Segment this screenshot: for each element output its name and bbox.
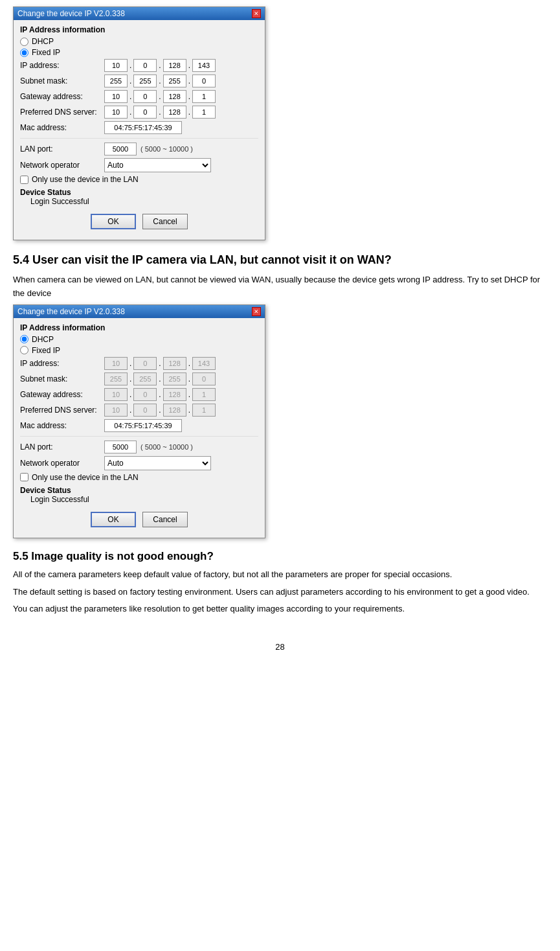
dialog2-ipaddress-fields: . . . (104, 357, 216, 370)
dialog1-dot2: . (158, 61, 161, 70)
dialog2-ip-section-label: IP Address information (20, 323, 258, 332)
dialog1-cancel-button[interactable]: Cancel (142, 214, 188, 229)
dialog2-gateway-label: Gateway address: (20, 390, 104, 399)
dialog2-wrapper: Change the device IP V2.0.338 ✕ IP Addre… (13, 304, 547, 538)
dialog2-cancel-button[interactable]: Cancel (142, 512, 188, 527)
dialog1-dns1[interactable] (104, 106, 128, 119)
dialog2-lanport-label: LAN port: (20, 442, 104, 452)
dialog2-dhcp-radio[interactable] (20, 335, 28, 343)
dialog2-port-input[interactable] (104, 441, 137, 453)
dialog2-lanport-row: LAN port: ( 5000 ~ 10000 ) (20, 441, 258, 453)
dialog2-dns2 (133, 404, 157, 417)
dialog1-dhcp-radio[interactable] (20, 38, 28, 46)
dialog1-gw4[interactable] (192, 90, 216, 103)
dialog1-sub1[interactable] (104, 74, 128, 87)
dialog1-sub4[interactable] (192, 74, 216, 87)
dialog1-operator-label: Network operator (20, 161, 104, 170)
dialog1-ip4[interactable] (192, 59, 216, 72)
dialog2-ok-button[interactable]: OK (91, 512, 136, 527)
dialog1-dns2[interactable] (133, 106, 157, 119)
dialog2-subnet-row: Subnet mask: . . . (20, 372, 258, 385)
dialog1-ip3[interactable] (163, 59, 186, 72)
dialog1-gateway-row: Gateway address: . . . (20, 90, 258, 103)
dialog1-subnet-label: Subnet mask: (20, 76, 104, 86)
dialog2-operator-select[interactable]: Auto Manual (104, 456, 211, 470)
dialog1-fixedip-radio[interactable] (20, 49, 28, 57)
dialog1-fixedip-row: Fixed IP (20, 48, 258, 57)
dialog1-operator-select[interactable]: Auto Manual (104, 158, 211, 172)
dialog2-fixedip-label: Fixed IP (32, 346, 60, 355)
dialog2-operator-label: Network operator (20, 459, 104, 468)
dialog1-port-input[interactable] (104, 143, 137, 155)
dialog2-separator1 (20, 436, 258, 437)
dialog1-dhcp-row: DHCP (20, 37, 258, 46)
dialog2-ip3 (163, 357, 186, 370)
section2-body1: All of the camera parameters keep defaul… (13, 568, 547, 582)
dialog2-gw4 (192, 388, 216, 401)
dialog1-gateway-fields: . . . (104, 90, 216, 103)
dialog1-subnet-fields: . . . (104, 74, 216, 87)
dialog1-dns4[interactable] (192, 106, 216, 119)
dialog2-status-value: Login Successful (20, 495, 258, 504)
dialog2-sub2 (133, 372, 157, 385)
dialog1-lanport-label: LAN port: (20, 144, 104, 154)
dialog2-sub1 (104, 372, 128, 385)
dialog2-ipaddress-label: IP address: (20, 359, 104, 368)
dialog1-ipaddress-row: IP address: . . . (20, 59, 258, 72)
dialog2: Change the device IP V2.0.338 ✕ IP Addre… (13, 304, 265, 538)
dialog1-ipaddress-fields: . . . (104, 59, 216, 72)
dialog1-gw1[interactable] (104, 90, 128, 103)
dialog1-status-section: Device Status Login Successful (20, 188, 258, 206)
dialog2-ip2 (133, 357, 157, 370)
dialog2-title: Change the device IP V2.0.338 (17, 307, 125, 316)
dialog1-onlylan-checkbox[interactable] (20, 176, 28, 184)
dialog2-mac-label: Mac address: (20, 421, 104, 430)
dialog1-fixedip-label: Fixed IP (32, 48, 60, 57)
dialog1-dns-label: Preferred DNS server: (20, 108, 104, 117)
dialog2-onlylan-row: Only use the device in the LAN (20, 473, 258, 482)
dialog2-status-label: Device Status (20, 486, 258, 495)
dialog2-close-icon[interactable]: ✕ (252, 307, 261, 316)
dialog2-dns-fields: . . . (104, 404, 216, 417)
dialog2-dhcp-row: DHCP (20, 335, 258, 344)
page-number: 28 (13, 642, 547, 652)
dialog2-gateway-row: Gateway address: . . . (20, 388, 258, 401)
dialog2-gw2 (133, 388, 157, 401)
dialog2-dhcp-label: DHCP (32, 335, 54, 344)
dialog2-port-range: ( 5000 ~ 10000 ) (140, 443, 193, 451)
dialog1-wrapper: Change the device IP V2.0.338 ✕ IP Addre… (13, 6, 547, 240)
dialog2-ipaddress-row: IP address: . . . (20, 357, 258, 370)
dialog1-ip1[interactable] (104, 59, 128, 72)
dialog1-gw3[interactable] (163, 90, 186, 103)
dialog1-ip2[interactable] (133, 59, 157, 72)
dialog2-body: IP Address information DHCP Fixed IP IP … (14, 318, 265, 538)
dialog2-mac-input[interactable] (104, 419, 182, 432)
dialog2-dns1 (104, 404, 128, 417)
dialog2-operator-row: Network operator Auto Manual (20, 456, 258, 470)
section1-body1: When camera can be viewed on LAN, but ca… (13, 273, 547, 301)
dialog1-title: Change the device IP V2.0.338 (17, 9, 125, 18)
dialog1-ok-button[interactable]: OK (91, 214, 136, 229)
dialog2-onlylan-checkbox[interactable] (20, 473, 28, 481)
dialog1-status-label: Device Status (20, 188, 258, 197)
dialog1-separator1 (20, 138, 258, 139)
dialog1-dns-fields: . . . (104, 106, 216, 119)
dialog1-close-icon[interactable]: ✕ (252, 9, 261, 18)
dialog1-gateway-label: Gateway address: (20, 92, 104, 101)
dialog2-titlebar: Change the device IP V2.0.338 ✕ (14, 305, 265, 318)
dialog2-status-section: Device Status Login Successful (20, 486, 258, 504)
dialog2-gw1 (104, 388, 128, 401)
dialog1-status-value: Login Successful (20, 197, 258, 206)
dialog2-subnet-fields: . . . (104, 372, 216, 385)
dialog1-mac-input[interactable] (104, 121, 182, 134)
dialog2-ip1 (104, 357, 128, 370)
dialog2-fixedip-radio[interactable] (20, 346, 28, 354)
dialog1-sub2[interactable] (133, 74, 157, 87)
dialog1-dns3[interactable] (163, 106, 186, 119)
dialog1-gw2[interactable] (133, 90, 157, 103)
dialog2-onlylan-label: Only use the device in the LAN (32, 473, 139, 482)
dialog1-sub3[interactable] (163, 74, 186, 87)
dialog2-gateway-fields: . . . (104, 388, 216, 401)
dialog1-titlebar: Change the device IP V2.0.338 ✕ (14, 7, 265, 20)
dialog2-sub4 (192, 372, 216, 385)
